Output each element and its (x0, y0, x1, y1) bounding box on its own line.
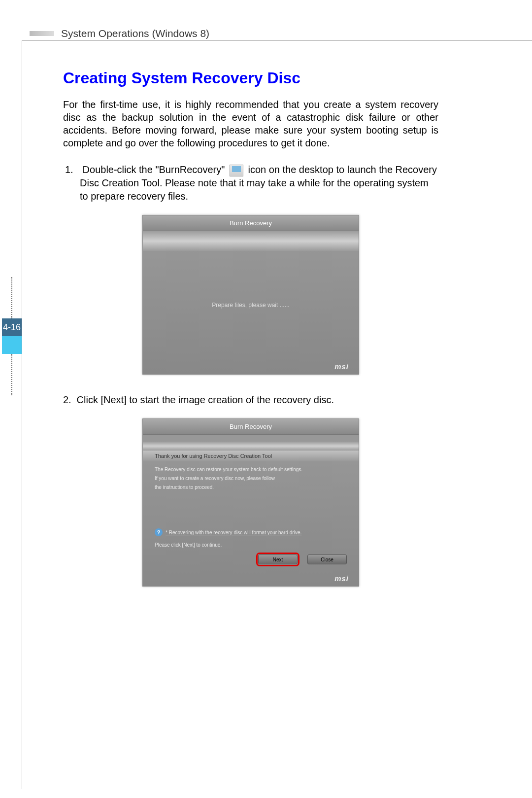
page-tab-accent (2, 336, 22, 354)
step-1-text-a: Double-click the "BurnRecovery" (83, 164, 225, 175)
screenshot1-message: Prepare files, please wait ...... (212, 302, 289, 309)
header-accent-bar (30, 31, 54, 36)
screenshot1-brand: msi (143, 359, 359, 374)
step-2: 2. Click [Next] to start the image creat… (63, 393, 438, 407)
screenshot2-continue-text: Please click [Next] to continue. (143, 539, 359, 553)
screenshot2-line2: If you want to create a recovery disc no… (155, 474, 347, 483)
screenshot2-subtitle: Thank you for using Recovery Disc Creati… (143, 451, 359, 461)
screenshot1-shine (143, 231, 359, 251)
dotted-line-top (11, 277, 12, 318)
screenshot2-line1: The Recovery disc can restore your syste… (155, 465, 347, 474)
screenshot2-line3: the instructions to proceed. (155, 483, 347, 492)
step-2-number: 2. (63, 393, 74, 407)
screenshot-burn-recovery-loading: Burn Recovery Prepare files, please wait… (142, 215, 359, 375)
screenshot1-title: Burn Recovery (143, 215, 359, 231)
dotted-line-bottom (11, 354, 12, 395)
screenshot2-note: * Recovering with the recovery disc will… (166, 530, 301, 535)
step-1-number: 1. (65, 163, 80, 176)
page-title: Creating System Recovery Disc (63, 69, 438, 87)
screenshot2-shine (143, 442, 359, 451)
screenshot-burn-recovery-welcome: Burn Recovery Thank you for using Recove… (142, 418, 359, 587)
burnrecovery-icon (230, 165, 243, 176)
step-1: 1. Double-click the "BurnRecovery" icon … (63, 163, 438, 203)
question-icon: ? (155, 528, 163, 536)
intro-paragraph: For the first-time use, it is highly rec… (63, 98, 438, 149)
header-section-title: System Operations (Windows 8) (61, 28, 209, 39)
page-number-tab-group: 4-16 (2, 277, 22, 395)
page-number: 4-16 (2, 318, 22, 336)
screenshot2-title: Burn Recovery (143, 419, 359, 435)
screenshot2-brand: msi (143, 571, 359, 586)
next-button[interactable]: Next (258, 555, 298, 564)
close-button[interactable]: Close (307, 555, 347, 564)
step-2-text: Click [Next] to start the image creation… (77, 394, 334, 405)
